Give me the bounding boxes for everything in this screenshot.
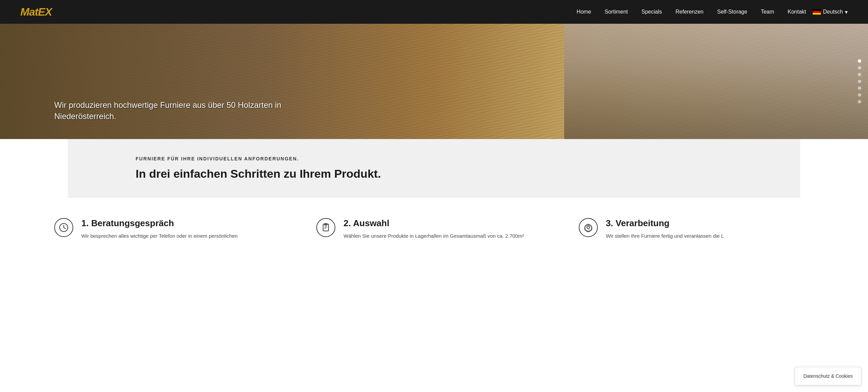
german-flag-icon — [813, 9, 821, 15]
steps-intro-title: In drei einfachen Schritten zu Ihrem Pro… — [136, 167, 732, 181]
step-3: 3. Verarbeitung Wir stellen Ihre Furnier… — [579, 218, 814, 240]
step-2-content: 2. Auswahl Wählen Sie unsere Produkte in… — [343, 218, 524, 240]
step-3-content: 3. Verarbeitung Wir stellen Ihre Furnier… — [606, 218, 724, 240]
slide-dot-6[interactable] — [858, 93, 861, 97]
slide-dot-7[interactable] — [858, 100, 861, 103]
step-3-desc: Wir stellen Ihre Furniere fertig und ver… — [606, 232, 724, 240]
step-3-title: 3. Verarbeitung — [606, 218, 724, 229]
step-1-icon — [54, 218, 73, 237]
lang-label: Deutsch — [823, 9, 843, 15]
step-1-title: 1. Beratungsgespräch — [81, 218, 238, 229]
slide-dot-4[interactable] — [858, 80, 861, 83]
nav-item-specials[interactable]: Specials — [642, 9, 662, 15]
lang-dropdown-icon: ▾ — [845, 9, 848, 15]
slide-dot-5[interactable] — [858, 86, 861, 90]
nav-links: Home Sortiment Specials Referenzen Self-… — [577, 9, 806, 15]
step-2-title: 2. Auswahl — [343, 218, 524, 229]
steps-intro-subtitle: FURNIERE FÜR IHRE INDIVIDUELLEN ANFORDER… — [136, 156, 732, 161]
slide-dot-2[interactable] — [858, 66, 861, 70]
steps-intro: FURNIERE FÜR IHRE INDIVIDUELLEN ANFORDER… — [68, 139, 800, 198]
svg-rect-3 — [323, 224, 329, 231]
step-2-icon — [316, 218, 335, 237]
step-1-desc: Wir besprechen alles wichtige per Telefo… — [81, 232, 238, 240]
nav-link-selfstorage[interactable]: Self-Storage — [717, 9, 747, 15]
hero-section: Wir produzieren hochwertige Furniere aus… — [0, 24, 868, 139]
nav-item-team[interactable]: Team — [761, 9, 774, 15]
nav-link-referenzen[interactable]: Referenzen — [675, 9, 704, 15]
nav-link-home[interactable]: Home — [577, 9, 591, 15]
svg-line-2 — [64, 228, 65, 229]
nav-item-sortiment[interactable]: Sortiment — [605, 9, 628, 15]
slide-dot-1[interactable] — [858, 59, 861, 63]
nav-item-selfstorage[interactable]: Self-Storage — [717, 9, 747, 15]
hero-text: Wir produzieren hochwertige Furniere aus… — [54, 99, 292, 122]
steps-section: 1. Beratungsgespräch Wir besprechen alle… — [0, 198, 868, 260]
svg-point-8 — [587, 226, 590, 229]
nav-link-kontakt[interactable]: Kontakt — [788, 9, 806, 15]
step-1-content: 1. Beratungsgespräch Wir besprechen alle… — [81, 218, 238, 240]
clipboard-icon — [321, 223, 331, 232]
step-1: 1. Beratungsgespräch Wir besprechen alle… — [54, 218, 289, 240]
slide-dot-3[interactable] — [858, 73, 861, 76]
language-selector[interactable]: Deutsch ▾ — [813, 9, 848, 15]
step-2-desc: Wählen Sie unsere Produkte in Lagerhalle… — [343, 232, 524, 240]
nav-item-kontakt[interactable]: Kontakt — [788, 9, 806, 15]
step-2: 2. Auswahl Wählen Sie unsere Produkte in… — [316, 218, 551, 240]
gear-icon — [584, 223, 593, 232]
steps-intro-wrapper: FURNIERE FÜR IHRE INDIVIDUELLEN ANFORDER… — [34, 139, 834, 198]
site-logo[interactable]: MatEX — [20, 6, 52, 18]
navbar: MatEX Home Sortiment Specials Referenzen… — [0, 0, 868, 24]
nav-link-team[interactable]: Team — [761, 9, 774, 15]
nav-link-sortiment[interactable]: Sortiment — [605, 9, 628, 15]
slide-indicators — [858, 59, 861, 103]
clock-icon — [59, 223, 68, 232]
step-3-icon — [579, 218, 598, 237]
nav-item-home[interactable]: Home — [577, 9, 591, 15]
nav-link-specials[interactable]: Specials — [642, 9, 662, 15]
nav-item-referenzen[interactable]: Referenzen — [675, 9, 704, 15]
